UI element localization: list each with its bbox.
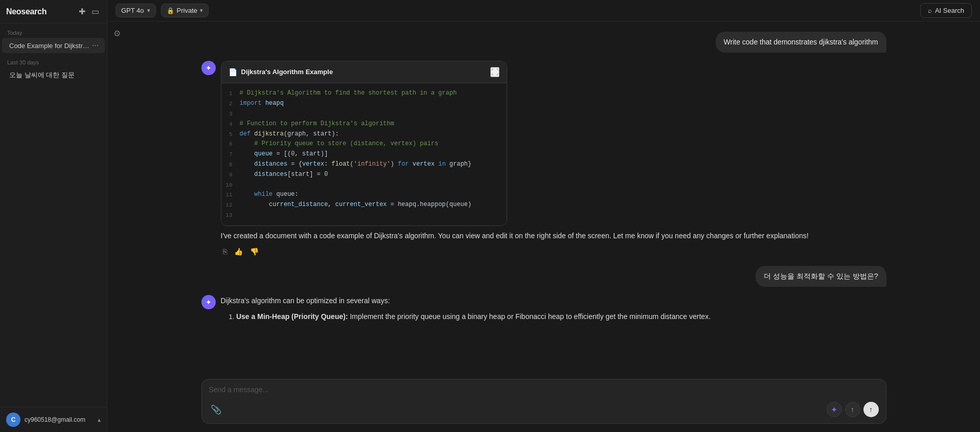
sparkle-icon: ✦ [831,405,837,415]
optimization-item-1: 1. Use a Min-Heap (Priority Queue): Impl… [229,311,886,323]
user-avatar: C [6,413,20,427]
code-doc-card: 📄 Dijkstra's Algorithm Example ⛶ 1 # Dij… [221,61,507,226]
user-bubble-1: Write code that demonstrates djikstra's … [716,32,886,53]
gpt-label: GPT 4o [121,7,144,14]
ai-text-1: I've created a document with a code exam… [221,230,886,241]
sidebar-item-menu-icon[interactable]: ··· [91,41,100,50]
topbar: GPT 4o ▾ 🔒 Private ▾ ⌕ AI Search [107,0,980,21]
gpt-model-selector[interactable]: GPT 4o ▾ [116,4,156,17]
private-selector[interactable]: 🔒 Private ▾ [161,4,209,17]
document-icon: 📄 [229,66,237,78]
ai-sparkle-icon-1: ✦ [206,64,212,72]
ai-text-content-1: I've created a document with a code exam… [221,232,809,240]
ai-text-2: Dijkstra's algorithm can be optimized in… [221,295,886,306]
chat-settings-icon[interactable]: ⚙ [111,27,123,40]
refresh-button[interactable]: ↑ [845,402,860,417]
last30-label: Last 30 days [0,53,107,67]
code-line-2: 2 import heapq [221,99,507,109]
private-label: Private [177,7,197,14]
sidebar-item-code-dijkstra[interactable]: Code Example for Dijkstra's ... ··· [2,38,105,53]
code-line-4: 4 # Function to perform Dijkstra's algor… [221,119,507,129]
ai-optimization-list: 1. Use a Min-Heap (Priority Queue): Impl… [221,311,886,323]
chevron-up-icon: ▴ [98,416,101,423]
copy-button-1[interactable]: ⎘ [221,245,229,258]
ai-message-1: ✦ 📄 Dijkstra's Algorithm Example ⛶ [201,61,886,258]
sidebar-header: Neosearch ✚ ▭ [0,0,107,24]
lock-icon: 🔒 [167,7,174,14]
user-info: C cy960518@gmail.com [6,413,85,427]
ai-avatar-2: ✦ [201,295,216,309]
user-message-1: Write code that demonstrates djikstra's … [201,32,886,53]
user-message-2: 더 성능을 최적화할 수 있는 방법은? [201,266,886,287]
app-logo: Neosearch [6,7,47,16]
ai-actions-1: ⎘ 👍 👎 [221,245,886,258]
ai-message-body-1: 📄 Dijkstra's Algorithm Example ⛶ 1 # Dij… [221,61,886,258]
sidebar-item-weather-label: 오늘 날씨에 대한 질문 [9,71,100,80]
code-line-9: 9 distances[start] = 0 [221,170,507,180]
code-doc-header: 📄 Dijkstra's Algorithm Example ⛶ [221,61,507,83]
sidebar-item-weather[interactable]: 오늘 날씨에 대한 질문 [2,67,105,83]
plus-icon: ✚ [79,7,85,16]
input-box: 📎 ✦ ↑ ↑ [201,379,886,424]
ai-search-label: AI Search [935,7,964,14]
main-area: GPT 4o ▾ 🔒 Private ▾ ⌕ AI Search ⚙ [107,0,980,432]
sidebar-item-label: Code Example for Dijkstra's ... [9,42,91,50]
ai-message-2: ✦ Dijkstra's algorithm can be optimized … [201,295,886,322]
code-doc-title-row: 📄 Dijkstra's Algorithm Example [229,66,333,78]
chevron-down-icon: ▾ [147,7,150,14]
code-line-3: 3 [221,109,507,119]
topbar-left: GPT 4o ▾ 🔒 Private ▾ [116,4,209,17]
send-button[interactable]: ↑ [863,402,879,417]
private-chevron-icon: ▾ [200,7,203,14]
code-line-7: 7 queue = [(0, start)] [221,149,507,160]
today-label: Today [0,24,107,38]
split-icon: ▭ [92,7,99,16]
user-profile[interactable]: C cy960518@gmail.com ▴ [0,407,107,432]
code-doc-body: 1 # Dijkstra's Algorithm to find the sho… [221,83,507,225]
refresh-icon: ↑ [851,405,854,414]
optimization-item-label-1: Use a Min-Heap (Priority Queue): [236,312,350,321]
split-view-button[interactable]: ▭ [90,5,101,18]
optimization-item-detail-1: Implement the priority queue using a bin… [350,312,711,321]
send-icon: ↑ [869,405,873,414]
user-email: cy960518@gmail.com [25,416,85,423]
input-right-actions: ✦ ↑ ↑ [827,402,879,417]
new-chat-button[interactable]: ✚ [77,5,87,18]
code-line-10: 10 [221,180,507,190]
sidebar-header-icons: ✚ ▭ [77,5,101,18]
code-line-8: 8 distances = {vertex: float('infinity')… [221,160,507,170]
code-line-12: 12 current_distance, current_vertex = he… [221,200,507,210]
input-area-wrapper: 📎 ✦ ↑ ↑ [186,374,902,432]
main-chat-wrapper: ⚙ Write code that demonstrates djikstra'… [107,21,980,432]
user-message-text-2: 더 성능을 최적화할 수 있는 방법은? [764,272,878,280]
sidebar: Neosearch ✚ ▭ Today Code Example for Dij… [0,0,107,432]
user-message-text-1: Write code that demonstrates djikstra's … [724,38,878,46]
message-input[interactable] [209,385,879,398]
code-line-13: 13 [221,210,507,220]
ai-assist-button[interactable]: ✦ [827,402,842,417]
topbar-right: ⌕ AI Search [920,3,972,18]
code-doc-title: Dijkstra's Algorithm Example [241,67,333,78]
input-left-actions: 📎 [209,403,223,417]
user-bubble-2: 더 성능을 최적화할 수 있는 방법은? [756,266,886,287]
ai-search-button[interactable]: ⌕ AI Search [920,3,972,18]
ai-message-body-2: Dijkstra's algorithm can be optimized in… [221,295,886,322]
thumbdown-button-1[interactable]: 👎 [248,245,261,258]
code-line-11: 11 while queue: [221,190,507,200]
code-doc-expand-button[interactable]: ⛶ [490,67,499,77]
thumbup-button-1[interactable]: 👍 [232,245,245,258]
search-icon: ⌕ [928,7,932,14]
ai-sparkle-icon-2: ✦ [206,298,212,306]
ai-avatar-1: ✦ [201,61,216,75]
input-bottom-row: 📎 ✦ ↑ ↑ [209,402,879,417]
code-line-5: 5 def dijkstra(graph, start): [221,129,507,140]
attach-button[interactable]: 📎 [209,403,223,417]
code-line-6: 6 # Priority queue to store (distance, v… [221,139,507,149]
chat-area: Write code that demonstrates djikstra's … [186,21,902,374]
code-line-1: 1 # Dijkstra's Algorithm to find the sho… [221,88,507,99]
